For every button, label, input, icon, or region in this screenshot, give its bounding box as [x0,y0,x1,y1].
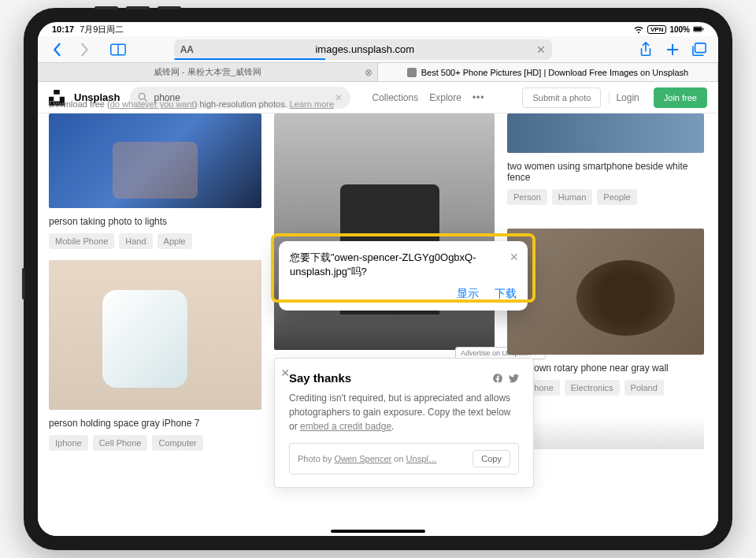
tag-row: Person Human People [507,189,704,205]
tab-1[interactable]: 威锋网 - 果粉大本营_威锋网 ⊗ [38,63,378,81]
tag[interactable]: People [597,189,636,205]
tab-favicon-icon [407,68,417,77]
tabs-overview-button[interactable] [688,39,710,61]
tag[interactable]: Hand [119,233,152,249]
status-right: VPN 100% [633,25,704,34]
say-thanks-body: Crediting isn't required, but is appreci… [289,391,519,433]
tag[interactable]: Electronics [565,380,620,396]
tag[interactable]: Computer [152,435,202,451]
tab-2-active[interactable]: Best 500+ Phone Pictures [HD] | Download… [378,63,718,81]
download-dialog: 您要下载"owen-spencer-ZLGYg0OgbxQ-unsplash.j… [279,241,528,311]
tab-close-icon[interactable]: ⊗ [365,67,372,78]
photo-thumbnail[interactable] [507,229,704,355]
login-link[interactable]: Login [609,92,645,103]
facebook-icon[interactable] [492,373,503,384]
photo-thumbnail[interactable] [274,113,495,350]
say-thanks-popup: × Say thanks Crediting isn't required, b… [274,358,534,488]
tag[interactable]: Apple [158,233,192,249]
say-thanks-title: Say thanks [289,371,351,385]
status-time: 10:17 [52,24,74,34]
tabs-row: 威锋网 - 果粉大本营_威锋网 ⊗ Best 500+ Phone Pictur… [38,63,718,82]
submit-photo-button[interactable]: Submit a photo [522,87,601,108]
tag[interactable]: Poland [624,380,664,396]
status-date: 7月9日周二 [80,24,124,34]
tab-label: Best 500+ Phone Pictures [HD] | Download… [421,68,688,77]
tag[interactable]: Iphone [49,435,88,451]
safari-toolbar: AA images.unsplash.com ✕ [38,36,718,63]
twitter-icon[interactable] [508,373,519,384]
tag-row: Iphone Cell Phone Computer [49,435,261,451]
join-free-button[interactable]: Join free [654,87,707,108]
credit-box: Photo by Owen Spencer on Unspl… Copy [289,443,519,474]
footer-link-learn[interactable]: Learn more [290,99,334,109]
copy-button[interactable]: Copy [472,450,510,467]
search-clear-icon[interactable]: ✕ [335,92,343,103]
footer-text: Download free (do whatever you want) hig… [49,99,334,109]
battery-icon [693,25,704,33]
dialog-message: 您要下载"owen-spencer-ZLGYg0OgbxQ-unsplash.j… [290,251,517,279]
stop-reload-button[interactable]: ✕ [536,43,546,56]
load-progress [174,58,325,60]
photo-thumbnail[interactable] [49,113,261,208]
photo-caption: and brown rotary phone near gray wall [507,363,704,374]
photo-caption: person taking photo to lights [49,216,261,227]
tag[interactable]: Cell Phone [93,435,148,451]
new-tab-button[interactable] [662,39,684,61]
tag-row: Mobile Phone Hand Apple [49,233,261,249]
nav-explore[interactable]: Explore [429,92,461,103]
home-indicator[interactable] [331,530,425,533]
unsplash-nav: Collections Explore ••• [372,92,485,103]
photo-thumbnail[interactable] [49,260,261,410]
battery-percent: 100% [669,25,690,34]
svg-rect-2 [702,28,703,31]
tag[interactable]: Mobile Phone [49,233,114,249]
footer-link-license[interactable]: do whatever you want [110,99,195,109]
tag[interactable]: Human [552,189,592,205]
forward-button[interactable] [74,39,96,61]
url-bar[interactable]: AA images.unsplash.com ✕ [174,39,552,60]
url-text: images.unsplash.com [200,43,530,55]
wifi-icon [633,25,644,33]
dialog-close-icon[interactable]: × [510,249,518,266]
svg-rect-7 [695,43,706,52]
unsplash-header: Unsplash phone ✕ Collections Explore •••… [38,82,718,113]
svg-point-8 [139,93,145,99]
status-bar: 10:17 7月9日周二 VPN 100% [38,22,718,36]
site-link[interactable]: Unspl… [406,454,437,463]
back-button[interactable] [46,39,68,61]
close-icon[interactable]: × [281,365,290,381]
tab-label: 威锋网 - 果粉大本营_威锋网 [154,66,261,78]
reader-aa-button[interactable]: AA [180,44,194,55]
photo-thumbnail[interactable] [507,418,704,449]
photo-caption: person holding space gray iPhone 7 [49,418,261,429]
tag-row: Telephone Electronics Poland [507,380,704,396]
share-button[interactable] [635,39,657,61]
bookmarks-button[interactable] [107,39,129,61]
dialog-download-button[interactable]: 下载 [495,287,517,301]
vpn-badge: VPN [647,25,666,34]
dialog-show-button[interactable]: 显示 [457,287,479,301]
embed-badge-link[interactable]: embed a credit badge [300,421,391,432]
tag[interactable]: Person [507,189,547,205]
author-link[interactable]: Owen Spencer [334,454,391,463]
svg-rect-1 [694,28,702,32]
photo-thumbnail[interactable] [507,113,704,153]
photo-caption: two women using smartphone beside white … [507,161,704,183]
nav-more-icon[interactable]: ••• [472,92,485,103]
nav-collections[interactable]: Collections [372,92,419,103]
